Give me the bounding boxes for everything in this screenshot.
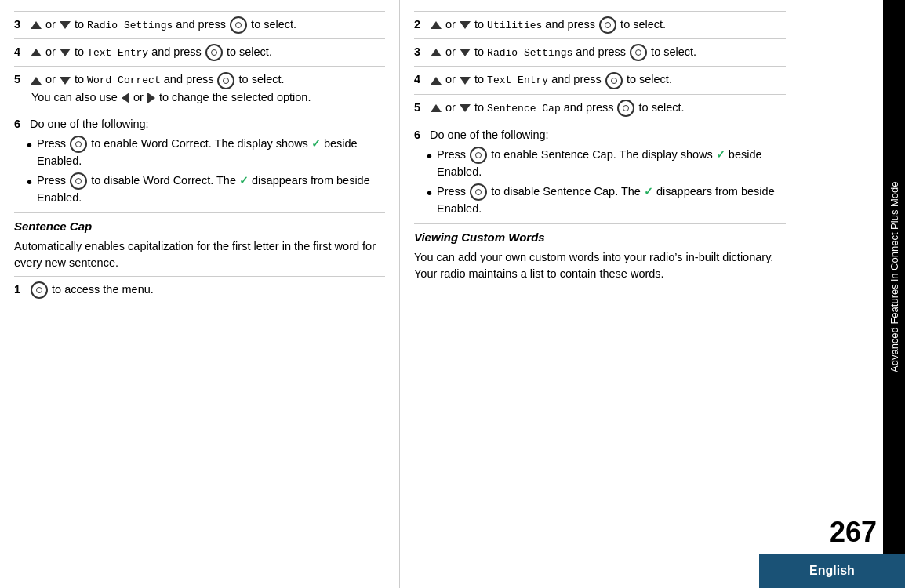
code-word-correct-left: Word Correct [87, 74, 161, 86]
viewing-custom-words-title: Viewing Custom Words [414, 223, 786, 246]
code-utilities-right: Utilities [487, 20, 542, 31]
arrow-down-icon [460, 49, 471, 56]
left-step-5: 5 or to Word Correct and press to select… [14, 66, 385, 105]
step-number-1-left: 1 [14, 281, 27, 298]
left-step-3: 3 or to Radio Settings and press to sele… [14, 11, 385, 34]
bullet-item-2-right: • Press to disable Sentence Cap. The ✓ d… [427, 183, 786, 217]
ok-button-icon-right4 [605, 72, 623, 89]
step-4-left-content: or to Text Entry and press to select. [30, 44, 272, 61]
arrow-down-icon [60, 49, 71, 56]
right-step-3: 3 or to Radio Settings and press to sele… [414, 38, 786, 61]
arrow-up-icon [431, 21, 442, 29]
check-icon-right6b: ✓ [644, 185, 653, 198]
ok-button-icon-left4 [205, 44, 223, 61]
ok-button-icon-left5 [217, 72, 234, 89]
page-container: 3 or to Radio Settings and press to sele… [0, 0, 905, 588]
step-number-2-right: 2 [414, 16, 427, 33]
ok-button-icon-left6a [70, 136, 87, 153]
ok-button-icon-left3 [230, 16, 247, 34]
arrow-up-icon [431, 77, 442, 85]
arrow-up-icon [431, 104, 442, 112]
left-step-6-bullets: • Press to enable Word Correct. The disp… [27, 136, 385, 206]
check-icon-left6a: ✓ [311, 137, 321, 150]
step-number-6-right: 6 [414, 127, 427, 143]
arrow-up-icon [31, 77, 42, 85]
step-number-5-left: 5 [14, 71, 27, 88]
page-number: 267 [830, 516, 877, 549]
menu-button-icon-left1 [31, 281, 48, 299]
left-step-6: 6 Do one of the following: • Press to en… [14, 111, 385, 206]
left-step-4: 4 or to Text Entry and press to select. [14, 38, 385, 61]
sidebar-text: Advanced Features in Connect Plus Mode [889, 181, 900, 372]
ok-button-icon-left6b [70, 172, 87, 190]
step-number-5-right: 5 [414, 100, 427, 116]
ok-button-icon-right5 [617, 100, 634, 117]
check-icon-left6b: ✓ [239, 174, 249, 187]
arrow-left-icon [122, 93, 129, 103]
step-4-right-content: or to Text Entry and press to select. [430, 71, 672, 89]
right-step-6: 6 Do one of the following: • Press to en… [414, 122, 786, 217]
arrow-down-icon [460, 21, 471, 29]
right-step-4: 4 or to Text Entry and press to select. [414, 66, 786, 89]
step-2-right-content: or to Utilities and press to select. [430, 16, 666, 34]
sentence-cap-title: Sentence Cap [14, 212, 385, 235]
step-6-right-intro: Do one of the following: [430, 127, 549, 143]
right-step-5: 5 or to Sentence Cap and press to select… [414, 94, 786, 117]
arrow-up-icon [31, 21, 42, 29]
code-sentence-cap-right: Sentence Cap [487, 103, 561, 114]
bullet-dot-2-right: • [427, 185, 432, 201]
bullet-text-2-right: Press to disable Sentence Cap. The ✓ dis… [437, 183, 786, 217]
sentence-cap-para: Automatically enables capitalization for… [14, 238, 385, 271]
arrow-up-icon [31, 49, 42, 56]
arrow-down-icon [460, 77, 471, 85]
bullet-item-1-left: • Press to enable Word Correct. The disp… [27, 136, 385, 169]
step-5-left-also: You can also use or to change the select… [31, 89, 385, 106]
right-step-6-bullets: • Press to enable Sentence Cap. The disp… [427, 147, 786, 217]
bullet-text-1-left: Press to enable Word Correct. The displa… [37, 136, 385, 169]
bullet-item-1-right: • Press to enable Sentence Cap. The disp… [427, 147, 786, 180]
arrow-up-icon [431, 49, 442, 56]
bullet-dot-1-right: • [427, 148, 432, 164]
step-number-6-left: 6 [14, 116, 27, 132]
ok-button-icon-right2 [599, 16, 616, 34]
code-text-entry-left: Text Entry [87, 47, 148, 59]
sidebar-tab: Advanced Features in Connect Plus Mode [883, 0, 905, 554]
step-5-right-content: or to Sentence Cap and press to select. [430, 100, 685, 117]
arrow-right-icon [147, 93, 155, 103]
arrow-down-icon [460, 104, 471, 112]
step-1-left-content: to access the menu. [30, 281, 154, 299]
language-label: English [809, 564, 855, 578]
main-content: 3 or to Radio Settings and press to sele… [0, 0, 905, 588]
viewing-custom-words-para: You can add your own custom words into y… [414, 249, 786, 282]
code-radio-settings-left3: Radio Settings [87, 20, 173, 31]
bullet-text-1-right: Press to enable Sentence Cap. The displa… [437, 147, 786, 180]
bullet-dot-1-left: • [27, 137, 32, 153]
right-column: 2 or to Utilities and press to select. 3 [400, 0, 800, 588]
step-3-left-content: or to Radio Settings and press to select… [30, 16, 296, 34]
step-number-3-left: 3 [14, 16, 27, 33]
arrow-down-icon [60, 21, 71, 29]
check-icon-right6a: ✓ [716, 148, 725, 161]
code-text-entry-right: Text Entry [487, 74, 548, 86]
ok-button-icon-right6b [470, 183, 487, 201]
right-step-2: 2 or to Utilities and press to select. [414, 11, 786, 34]
arrow-down-icon [60, 77, 71, 85]
bullet-dot-2-left: • [27, 174, 32, 190]
left-column: 3 or to Radio Settings and press to sele… [0, 0, 400, 588]
language-bar: English [759, 554, 905, 588]
bullet-item-2-left: • Press to disable Word Correct. The ✓ d… [27, 172, 385, 206]
bullet-text-2-left: Press to disable Word Correct. The ✓ dis… [37, 172, 385, 206]
step-6-left-intro: Do one of the following: [30, 116, 149, 132]
step-5-left-content: or to Word Correct and press to select. [30, 71, 285, 89]
left-step-1: 1 to access the menu. [14, 276, 385, 299]
step-number-4-left: 4 [14, 44, 27, 60]
step-3-right-content: or to Radio Settings and press to select… [430, 44, 696, 61]
ok-button-icon-right6a [470, 147, 487, 164]
ok-button-icon-right3 [630, 44, 647, 61]
code-radio-settings-right3: Radio Settings [487, 47, 572, 59]
step-number-3-right: 3 [414, 44, 427, 60]
step-number-4-right: 4 [414, 71, 427, 88]
